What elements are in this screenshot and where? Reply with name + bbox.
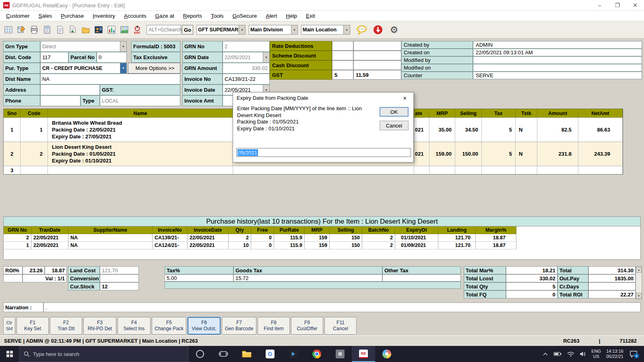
paint-app-icon[interactable] [375,346,398,362]
pur-type-select[interactable]: CR - CREDIT PURCHASE ▼ [40,63,127,74]
menu-sales[interactable]: Sales [34,13,57,19]
image-icon[interactable] [118,23,130,37]
menu-exit[interactable]: Exit [301,13,320,19]
scroll-down-icon[interactable]: ▼ [636,293,642,299]
maximize-button[interactable]: ❐ [609,0,626,10]
grn-date-field[interactable]: 22/05/2021 ▼ [223,52,270,63]
menu-gaze-at[interactable]: Gaze at [151,13,178,19]
cash-discount-pct[interactable] [332,60,353,70]
menu-inventory[interactable]: Inventory [88,13,120,19]
scroll-up-icon[interactable]: ▲ [636,267,642,273]
scheme-discount-amt[interactable] [353,51,401,60]
packing-date-input[interactable]: 05/2021 [236,148,411,157]
fkey-f9-custoffer[interactable]: F9CustOffer [291,317,323,335]
download-icon[interactable] [372,23,384,37]
menu-accounts[interactable]: Accounts [120,13,151,19]
fkey-f4-select-ins[interactable]: F4Select Ins [118,317,151,335]
grn-type-select[interactable]: Direct ▼ [40,41,127,52]
gst-pct[interactable]: 5 [332,70,353,80]
google-icon[interactable]: G [258,346,282,362]
export-document-icon[interactable] [67,23,79,37]
menu-customer[interactable]: Customer [2,13,34,19]
address-field[interactable] [40,84,100,95]
camera-app-icon[interactable] [328,346,352,362]
fkey-f1-key-set[interactable]: F1Key Set [17,317,49,335]
new-entry-icon[interactable] [2,23,14,37]
menu-help[interactable]: Help [281,13,301,19]
fkey-f2-tran-dtl[interactable]: F2Tran Dtl [50,317,82,335]
action-center-icon[interactable]: 6 [629,350,638,358]
menu-gosecure[interactable]: GoSecure [228,13,262,19]
close-button[interactable]: ✕ [626,0,644,10]
item-row-3[interactable]: 3 [4,166,623,174]
totals-panel: Total Mar% 18.21 Total 314.30 Total Lcos… [464,266,636,298]
conversion-value[interactable] [100,274,139,282]
save-icon[interactable] [15,23,27,37]
division-select[interactable]: Main Division ▼ [249,25,298,35]
taskbar-clock[interactable]: 14:13:16 05/22/21 [606,349,623,359]
retaileasy-taskbar-icon[interactable]: RE [352,346,375,362]
phone-field[interactable] [40,95,80,106]
hidden-icons-chevron-icon[interactable] [543,352,548,356]
fkey-f3-rn-po-det[interactable]: F3RN-PO Det [83,317,116,335]
scheme-discount-pct[interactable] [332,51,353,60]
calculator-icon[interactable] [41,23,53,37]
chat-icon[interactable] [356,23,368,37]
battery-icon[interactable] [553,351,562,357]
cash-discount-amt[interactable] [353,60,401,70]
created-on-value: 22/05/2021 09:13:01 AM [473,49,642,56]
fkey-ctr-shf[interactable]: CtrShf [3,317,15,335]
fkey-f8-find-item[interactable]: F8Find item [258,317,290,335]
rate-deductions-amt[interactable] [353,41,401,51]
chart-icon[interactable] [105,23,118,37]
print-icon[interactable] [28,23,40,37]
totals-scrollbar[interactable]: ▲ ▼ [636,266,642,299]
out-pay-label: Out.Pay [557,274,588,282]
document-icon[interactable] [54,23,66,37]
global-search-input[interactable]: ALT+G(Search [147,25,181,35]
narration-input[interactable]: . [43,302,641,312]
fkey-f6-view-outst[interactable]: F6View Outst. [188,317,221,335]
go-button[interactable]: Go [182,25,193,35]
dialog-close-icon[interactable]: × [396,93,413,103]
history-row[interactable]: 1 22/05/2021 NA CA124/21- 22/05/2021 10 … [4,242,640,249]
dist-code-field[interactable]: 117 [40,52,68,63]
fkey-f11-cancel[interactable]: F11Cancel [324,317,357,335]
task-view-icon[interactable] [212,346,235,362]
wifi-icon[interactable] [567,351,574,357]
minimize-button[interactable]: – [591,0,609,10]
parcel-no-field[interactable]: 0 [97,52,127,63]
menu-tools[interactable]: Tools [206,13,228,19]
taskbar-search-input[interactable]: Type here to search [19,346,188,362]
file-explorer-icon[interactable] [235,346,258,362]
menu-purchase[interactable]: Purchase [56,13,88,19]
chrome-icon[interactable] [305,346,328,362]
history-row[interactable]: 2 22/05/2021 NA CA139/21- 22/05/2021 2 0… [4,234,640,242]
rate-deductions-pct[interactable] [332,41,353,51]
grn-no-field[interactable]: 2 [223,41,270,52]
type-field[interactable]: LOCAL [100,95,180,106]
invoice-no-field[interactable]: CA139/21-22 [223,74,270,84]
speaker-icon[interactable] [580,351,586,357]
roi-value-2: 18.87 [45,266,67,274]
gst-amt[interactable]: 11.59 [353,70,401,80]
open-folder-icon[interactable] [80,23,92,37]
ok-button[interactable]: OK [380,107,409,117]
language-indicator[interactable]: ENG US [591,349,601,359]
cell-netamt [578,166,623,174]
fkey-f7-gen-barcode[interactable]: F7Gen Barcode [222,317,256,335]
cancel-button[interactable]: Cancel [380,121,409,130]
settings-gear-icon[interactable]: ⚙ [388,23,400,37]
more-options-button[interactable]: More Options >> [128,63,180,74]
location-select[interactable]: Main Location ▼ [301,25,350,35]
menu-reports[interactable]: Reports [179,13,206,19]
company-select[interactable]: GFT SUPERMARKI ▼ [196,25,246,35]
media-app-icon[interactable] [282,346,305,362]
fkey-f5-change-pack[interactable]: F5Change Pack [152,317,186,335]
start-button[interactable] [0,346,19,362]
item-card-icon[interactable] [93,23,105,37]
dist-name-field[interactable]: NA [40,74,180,84]
exit-power-icon[interactable]: EXIT [131,23,143,37]
menu-alert[interactable]: Alert [261,13,281,19]
cortana-icon[interactable] [188,346,212,362]
